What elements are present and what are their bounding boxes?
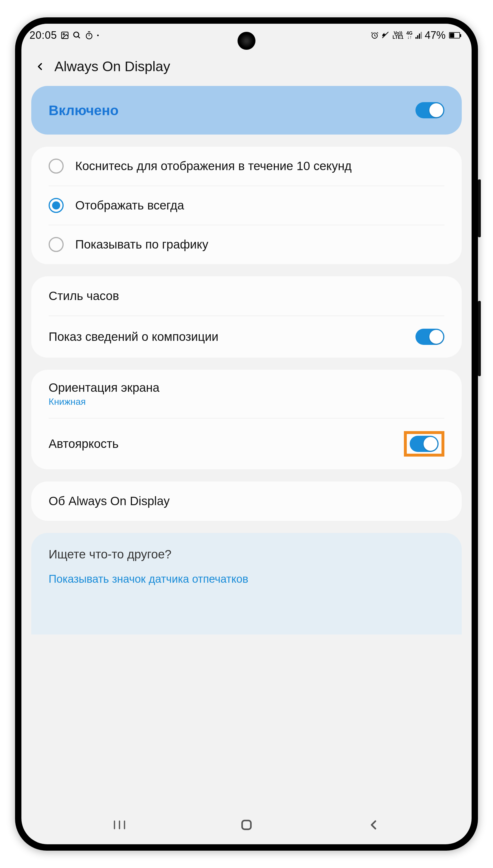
header: Always On Display [21,47,472,86]
help-link[interactable]: Показывать значок датчика отпечатков [49,573,444,585]
setting-label: Ориентация экрана [49,381,444,395]
settings-card-1: Стиль часов Показ сведений о композиции [31,276,462,357]
status-left: 20:05 • [29,29,99,41]
about-card: Об Always On Display [31,481,462,521]
volume-button [478,179,481,237]
setting-label: Показ сведений о композиции [49,330,218,344]
help-card: Ищете что-то другое? Показывать значок д… [31,533,462,634]
setting-label: Об Always On Display [49,494,170,508]
back-icon[interactable] [34,61,46,72]
phone-frame: 20:05 • Vo))LTE1 [15,17,478,851]
setting-label: Стиль часов [49,289,119,303]
radio-icon [49,198,64,213]
back-nav-icon[interactable] [366,817,381,833]
power-button [478,301,481,376]
dot-icon: • [97,32,99,39]
highlight-box [404,431,444,457]
about-row[interactable]: Об Always On Display [31,481,462,521]
enabled-card[interactable]: Включено [31,86,462,134]
screen: 20:05 • Vo))LTE1 [21,24,472,844]
home-icon[interactable] [239,817,254,833]
radio-label: Отображать всегда [75,198,184,214]
volte-icon: Vo))LTE1 [393,31,404,40]
radio-label: Коснитесь для отображения в течение 10 с… [75,158,351,174]
signal-icon [415,32,422,39]
status-right: Vo))LTE1 4G↓↑ 47% [371,29,460,41]
setting-value: Книжная [49,396,444,407]
recents-icon[interactable] [112,817,127,833]
radio-option-tap[interactable]: Коснитесь для отображения в течение 10 с… [31,147,462,186]
music-info-row[interactable]: Показ сведений о композиции [31,316,462,357]
auto-brightness-row[interactable]: Автояркость [31,418,462,469]
orientation-row[interactable]: Ориентация экрана Книжная [31,370,462,418]
network-icon: 4G↓↑ [407,31,412,40]
enabled-toggle[interactable] [415,102,444,118]
svg-rect-12 [242,821,251,829]
clock-style-row[interactable]: Стиль часов [31,276,462,316]
enabled-label: Включено [49,103,119,118]
vibrate-icon [382,31,390,39]
help-title: Ищете что-то другое? [49,547,444,561]
radio-icon [49,158,64,174]
radio-option-schedule[interactable]: Показывать по графику [31,225,462,264]
gallery-icon [61,31,69,40]
stopwatch-icon [85,31,93,40]
navigation-bar [21,809,472,841]
status-time: 20:05 [29,29,57,41]
battery-percent: 47% [425,29,446,41]
content: Включено Коснитесь для отображения в теч… [21,86,472,844]
search-icon [72,31,81,40]
radio-icon [49,237,64,252]
svg-line-3 [78,37,80,38]
battery-icon [449,32,460,39]
camera-hole [238,32,255,50]
radio-label: Показывать по графику [75,237,208,253]
auto-brightness-toggle[interactable] [410,436,438,452]
alarm-icon [371,31,379,39]
svg-point-1 [63,34,65,35]
svg-point-2 [74,32,79,37]
page-title: Always On Display [55,59,170,74]
radio-option-always[interactable]: Отображать всегда [31,186,462,225]
settings-card-2: Ориентация экрана Книжная Автояркость [31,370,462,469]
display-mode-card: Коснитесь для отображения в течение 10 с… [31,147,462,264]
setting-label: Автояркость [49,437,119,451]
music-info-toggle[interactable] [415,329,444,345]
